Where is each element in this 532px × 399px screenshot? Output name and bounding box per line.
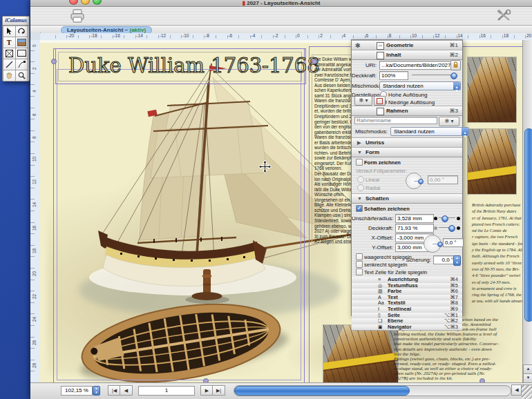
section-icon: ▥: [378, 289, 383, 295]
rahmenname-input[interactable]: [354, 117, 437, 124]
bezier-icon: [18, 61, 26, 68]
status-bar: 102,15 % ▲▼ |◀ ◀ 1 ▶ ▶| ◀ ▶: [30, 382, 532, 399]
geometrie-icon: ▭: [377, 42, 384, 50]
text-tool[interactable]: T: [3, 37, 16, 48]
select-tool[interactable]: [3, 26, 16, 37]
inspector-section-row[interactable]: ▣ Navigator ⌥⌘3: [352, 324, 462, 331]
last-page-button[interactable]: ▶|: [212, 385, 225, 396]
rahmen-icon: [377, 108, 384, 115]
form-zeichnen-checkbox[interactable]: [356, 159, 363, 166]
resize-grip[interactable]: [522, 385, 532, 399]
hammer-wrench-icon: [496, 9, 513, 23]
detail-photo-3[interactable]: [323, 324, 399, 382]
section-inhalt[interactable]: Inhalt ⌘2: [352, 50, 462, 60]
textzeile-checkbox[interactable]: [356, 269, 363, 275]
screen: { "window": { "title": "2027 - Layoutsei…: [0, 0, 532, 399]
slider-knob[interactable]: [441, 215, 448, 222]
magnifier-icon: [18, 72, 26, 79]
image-tool[interactable]: [15, 37, 28, 48]
tab-status: (aktiv): [129, 27, 146, 33]
printer-icon: [69, 9, 86, 23]
form-angle-dial[interactable]: [406, 173, 422, 189]
document-icon: ▮: [243, 0, 245, 6]
schatten-zeichnen-label: Schatten zeichnen: [364, 206, 410, 212]
section-icon: Aa: [378, 300, 384, 306]
selection-handle[interactable]: [51, 59, 57, 64]
uri-lock-button[interactable]: [450, 60, 461, 70]
detail-photo-2[interactable]: [467, 128, 517, 195]
popup-arrows-icon: ▲▼: [453, 82, 460, 90]
scroll-down-button[interactable]: ▼: [523, 373, 532, 383]
previous-page-button[interactable]: ◀: [120, 385, 133, 396]
horizontal-scrollbar[interactable]: [234, 385, 511, 396]
shadow-angle-dial[interactable]: [424, 235, 441, 253]
vertical-scrollbar-thumb[interactable]: [524, 128, 532, 322]
unschaerferadius-slider[interactable]: [435, 215, 459, 221]
deckkraft-field[interactable]: 100%: [379, 71, 408, 80]
section-icon: ▯: [378, 313, 381, 319]
main-image-frame[interactable]: [57, 69, 301, 380]
scherung-stepper[interactable]: ▲▼: [453, 255, 461, 266]
schatten-deckkraft-field[interactable]: 71,93 %: [395, 224, 434, 233]
form-angle-field[interactable]: 0,00 °: [428, 175, 458, 184]
schatten-deckkraft-slider[interactable]: [435, 224, 459, 231]
section-schatten[interactable]: ▼ Schatten: [352, 193, 462, 204]
horizontal-scrollbar-thumb[interactable]: [234, 386, 410, 396]
inhalt-icon: [377, 52, 384, 59]
move-cursor: [258, 160, 272, 173]
zoom-tool[interactable]: [15, 70, 28, 81]
headline-text-frame[interactable]: Duke William 1763-1768: [58, 52, 302, 81]
rotate-tool[interactable]: [15, 26, 28, 37]
shadow-angle-field[interactable]: 0,0 °: [443, 238, 464, 247]
inspector-palette: ✻ ▭ Geometrie ⌘1 Inhalt ⌘2 URI: ...ka/Do…: [351, 39, 463, 316]
hohe-aufloesung-label: Hohe Auflösung: [388, 92, 428, 98]
zoom-level-field[interactable]: 102,15 %: [61, 386, 93, 396]
scroll-up-button[interactable]: ▲: [523, 364, 532, 374]
schatten-zeichnen-checkbox[interactable]: ✓: [356, 205, 363, 212]
linear-label: Linear: [365, 177, 380, 183]
tools-button[interactable]: [496, 9, 513, 23]
zoom-stepper[interactable]: ▲▼: [93, 386, 100, 396]
radial-radio[interactable]: [357, 184, 364, 191]
schatten-deckkraft-label: Deckkraft:: [352, 225, 393, 231]
detail-photo-1[interactable]: [467, 57, 517, 123]
linear-radio[interactable]: [357, 176, 364, 183]
hand-tool[interactable]: [3, 70, 16, 81]
rahmen-gear-button[interactable]: ✻ ▾: [439, 117, 459, 126]
content-frame-button[interactable]: [374, 96, 386, 106]
niedrige-aufloesung-label: Niedrige Auflösung: [388, 99, 435, 106]
print-button[interactable]: [69, 9, 86, 23]
rahmen-mischmodus-popup[interactable]: Standard nutzen▲▼: [390, 127, 469, 136]
senkrecht-checkbox[interactable]: [356, 261, 363, 268]
english-text-upper: British Admiralty purchaseof the British…: [472, 202, 522, 304]
vertical-scrollbar[interactable]: ▲ ▼: [522, 40, 532, 382]
unschaerferadius-label: Unschärferadius:: [352, 215, 393, 222]
selection-handle[interactable]: [312, 59, 317, 64]
rectangle-icon: [17, 50, 26, 57]
page-number-field[interactable]: 1: [138, 386, 195, 396]
mischmodus-popup[interactable]: Standard nutzen▲▼: [379, 81, 461, 90]
vertical-ruler[interactable]: 0246810121416182022242628: [30, 40, 41, 382]
frame-tool[interactable]: [3, 48, 16, 59]
section-rahmen[interactable]: Rahmen ⌘3: [352, 106, 462, 116]
slider-knob[interactable]: [448, 225, 455, 232]
mischmodus-label: Mischmodus:: [352, 83, 377, 89]
waagerecht-checkbox[interactable]: [356, 253, 363, 260]
disclosure-down-icon: ▼: [357, 194, 362, 203]
tab-label: Layoutseiten-Ansicht ~: [67, 27, 128, 33]
uri-field[interactable]: ...ka/Documents/Bilder/2027.tif: [379, 61, 451, 70]
x-offset-label: X-Offset:: [352, 235, 393, 241]
scherung-field[interactable]: 0,0 °: [433, 255, 455, 264]
line-tool[interactable]: [3, 59, 16, 70]
slider-knob[interactable]: [450, 72, 457, 79]
lock-icon: [453, 61, 459, 68]
disclosure-right-icon: ▶: [357, 138, 361, 147]
window-titlebar[interactable]: ▮ 2027 - Layoutseiten-Ansicht: [30, 0, 532, 7]
rect-tool[interactable]: [15, 48, 28, 59]
bezier-tool[interactable]: [15, 59, 28, 70]
content-gear-button[interactable]: ✻ ▾: [354, 96, 372, 106]
section-form[interactable]: ▼ Form: [352, 147, 462, 157]
text-tool-icon: T: [7, 39, 12, 46]
unschaerferadius-field[interactable]: 3,528 mm: [395, 214, 434, 223]
deckkraft-slider[interactable]: [412, 72, 457, 78]
